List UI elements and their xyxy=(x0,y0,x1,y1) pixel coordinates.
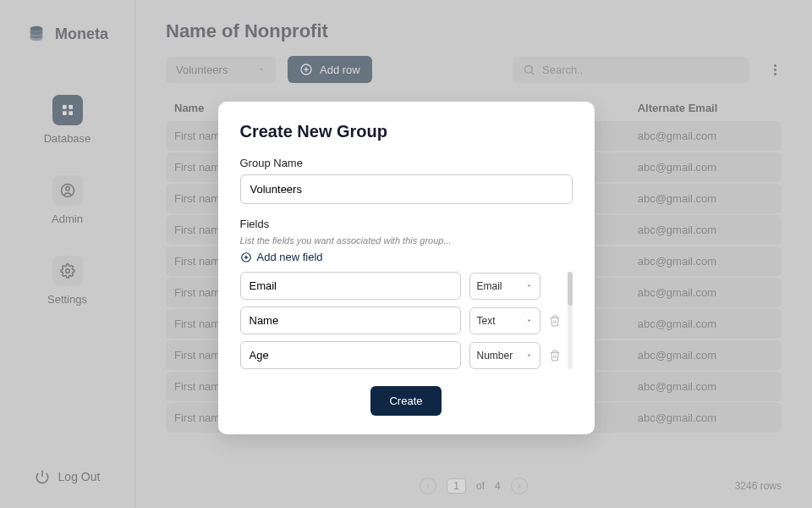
field-type-value: Text xyxy=(477,315,496,327)
trash-icon[interactable] xyxy=(549,315,561,327)
trash-icon[interactable] xyxy=(549,350,561,362)
field-type-select[interactable]: Number xyxy=(469,342,540,369)
modal-overlay[interactable]: Create New Group Group Name Fields List … xyxy=(0,0,812,508)
fields-scrollbar[interactable] xyxy=(568,272,573,369)
field-row: Email xyxy=(240,272,561,300)
create-button[interactable]: Create xyxy=(370,386,441,416)
add-new-field-button[interactable]: Add new field xyxy=(240,251,573,263)
field-type-value: Number xyxy=(477,350,513,362)
chevron-down-icon xyxy=(525,317,533,324)
field-row: Number xyxy=(240,341,561,369)
field-row: Text xyxy=(240,306,561,334)
chevron-down-icon xyxy=(525,351,533,359)
group-name-input[interactable] xyxy=(240,174,573,204)
field-type-select[interactable]: Text xyxy=(469,307,540,334)
fields-sublabel: List the fields you want associated with… xyxy=(240,235,573,246)
add-new-field-label: Add new field xyxy=(257,251,323,263)
field-name-input[interactable] xyxy=(240,341,461,369)
modal-title: Create New Group xyxy=(240,122,573,141)
field-type-select[interactable]: Email xyxy=(469,273,540,300)
field-name-input[interactable] xyxy=(240,306,461,334)
plus-circle-icon xyxy=(240,251,252,263)
create-group-modal: Create New Group Group Name Fields List … xyxy=(218,102,595,434)
field-name-input[interactable] xyxy=(240,272,461,300)
group-name-label: Group Name xyxy=(240,157,573,169)
chevron-down-icon xyxy=(525,282,533,290)
field-type-value: Email xyxy=(477,280,502,292)
fields-label: Fields xyxy=(240,218,573,230)
